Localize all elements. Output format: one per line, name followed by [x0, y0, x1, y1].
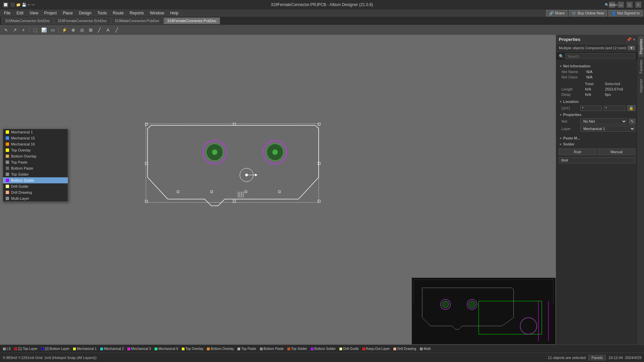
tab-0[interactable]: 319MaleConnector.SchDoc — [1, 17, 54, 24]
pad-tool[interactable]: ⊞ — [87, 26, 95, 34]
svg-rect-0 — [146, 124, 319, 202]
window-controls[interactable]: 🔍 Search — □ × — [609, 2, 641, 8]
sign-in-btn[interactable]: 👤 Not Signed In — [608, 10, 643, 16]
buy-online-btn[interactable]: 🛒 Buy Online Now — [569, 10, 607, 16]
layer-bar-bottom-solder[interactable]: Bottom Solder — [309, 346, 337, 351]
net-prop-row: Net No Net ✎ — [556, 118, 638, 125]
solder-value-input[interactable] — [559, 157, 635, 163]
track-tool[interactable]: ╱ — [95, 26, 103, 34]
canvas-area[interactable] — [0, 35, 556, 345]
select-tool[interactable]: ↖ — [2, 26, 10, 34]
menu-route[interactable]: Route — [110, 10, 126, 16]
layer-bar-bottom-paste[interactable]: Bottom Paste — [258, 346, 285, 351]
rule-btn[interactable]: Rule — [559, 148, 596, 155]
close-btn[interactable]: × — [635, 2, 641, 8]
layer-bar-mech2[interactable]: Mechanical 2 — [99, 346, 125, 351]
text-tool[interactable]: A — [104, 26, 112, 34]
layer-bar-multi[interactable]: Multi — [418, 346, 432, 351]
status-bar: X:983mil Y:2261mil Grid: 1mil (Hotspot S… — [0, 353, 644, 362]
layer-bar-keepout[interactable]: Keep-Out Layer — [361, 346, 392, 351]
lock-btn[interactable]: 🔒 — [627, 105, 635, 111]
layer-top-layer[interactable]: [1] Top Layer — [13, 346, 39, 351]
y-input[interactable] — [604, 106, 625, 111]
layer-prop-row: Layer Mechanical 1 — [556, 125, 638, 132]
menu-reports[interactable]: Reports — [127, 10, 147, 16]
paste-header[interactable]: Paste M... — [556, 135, 638, 141]
side-tab-properties[interactable]: Properties — [639, 36, 644, 57]
panel-subheader: Multiple objects Components (and 12 more… — [556, 44, 638, 52]
tab-3[interactable]: 319FemaleConnector.PcbDoc — [164, 17, 220, 24]
menu-window[interactable]: Window — [147, 10, 167, 16]
menu-file[interactable]: File — [1, 10, 13, 16]
layer-select[interactable]: Mechanical 1 — [580, 126, 635, 132]
menu-design[interactable]: Design — [76, 10, 94, 16]
menu-edit[interactable]: Edit — [14, 10, 26, 16]
svg-rect-7 — [145, 162, 148, 165]
side-tab-inspector[interactable]: Inspector — [639, 76, 644, 95]
properties-section-header[interactable]: Properties — [556, 112, 638, 118]
panel-pin-btn[interactable]: 📌 — [627, 37, 632, 42]
net-edit-btn[interactable]: ✎ — [629, 119, 635, 124]
side-tab-favorites[interactable]: Favorites — [639, 57, 644, 76]
tab-2[interactable]: 319MaleConnector.PcbDoc — [111, 17, 163, 24]
panel-header: Properties 📌 × — [556, 35, 638, 44]
menu-help[interactable]: Help — [167, 10, 181, 16]
layer-bar-top-paste[interactable]: Top Paste — [236, 346, 258, 351]
toolbar: ↖ ↗ + ⬚ 📊 ▭ ⚡ ⊕ ◎ ⊞ ╱ A ╱ — [0, 25, 644, 35]
via-tool[interactable]: ◎ — [78, 26, 86, 34]
minimize-btn[interactable]: — — [618, 2, 624, 8]
chart-tool[interactable]: 📊 — [40, 26, 48, 34]
title-bar: 🔲 ⬛ 📁 💾 ↩ ↪ 319FemaleConnector.PRJPCB - … — [0, 0, 644, 9]
layer-bar-drill-drawing[interactable]: Drill Drawing — [392, 346, 418, 351]
net-information-header[interactable]: Net Information — [556, 63, 638, 69]
shape-tool[interactable]: ▭ — [49, 26, 57, 34]
search-btn[interactable]: 🔍 Search — [609, 2, 615, 8]
svg-rect-6 — [318, 200, 320, 202]
layer-bar-bottom-overlay[interactable]: Bottom Overlay — [205, 346, 235, 351]
tab-1[interactable]: 319FemaleConnector.SchDoc — [54, 17, 111, 24]
manual-btn[interactable]: Manual — [598, 148, 635, 155]
panels-btn[interactable]: Panels — [588, 355, 606, 360]
search-icon: 🔍 — [559, 54, 564, 59]
menu-project[interactable]: Project — [42, 10, 59, 16]
net-select[interactable]: No Net — [580, 118, 627, 124]
menu-view[interactable]: View — [27, 10, 41, 16]
layer-ls[interactable]: LS — [1, 346, 12, 351]
layer-bar-mech6[interactable]: Mechanical 6 — [153, 346, 180, 351]
delay-row: Delay N/A 0ps — [556, 92, 638, 97]
side-tabs: Properties Favorites Inspector — [638, 35, 644, 345]
svg-rect-28 — [412, 304, 555, 344]
menu-tools[interactable]: Tools — [95, 10, 110, 16]
menu-place[interactable]: Place — [60, 10, 75, 16]
add-tool[interactable]: + — [19, 26, 28, 34]
layer-bar-mech1[interactable]: Mechanical 1 — [71, 346, 98, 351]
layer-bar: LS [1] Top Layer [2] Bottom Layer Mechan… — [0, 345, 644, 353]
select-net-tool[interactable]: ↗ — [11, 26, 19, 34]
pcb-thumbnail[interactable] — [412, 278, 556, 345]
layer-bar-top-overlay[interactable]: Top Overlay — [180, 346, 205, 351]
layer-bar-drill-guide[interactable]: Drill Guide — [338, 346, 361, 351]
x-input[interactable] — [580, 106, 602, 111]
panel-close-btn[interactable]: × — [633, 37, 635, 42]
svg-rect-5 — [233, 200, 235, 202]
cursor-tool[interactable]: ⊕ — [69, 26, 77, 34]
maximize-btn[interactable]: □ — [627, 2, 633, 8]
solder-header[interactable]: Solder — [556, 141, 638, 147]
search-input[interactable] — [565, 53, 635, 59]
panel-content: Net Information Net Name N/A Net Class N… — [556, 61, 638, 345]
route-tool[interactable]: ⚡ — [60, 26, 68, 34]
length-row: Length N/A 2553.67mil — [556, 86, 638, 92]
share-btn[interactable]: 🔗 Share — [546, 10, 568, 16]
svg-rect-24 — [211, 191, 213, 193]
filter-btn[interactable]: ▼ — [628, 46, 635, 50]
zoom-tool[interactable]: ⬚ — [31, 26, 39, 34]
location-header[interactable]: Location — [556, 99, 638, 105]
svg-marker-18 — [255, 174, 258, 176]
svg-point-14 — [272, 149, 278, 155]
region-tool[interactable]: ╱ — [113, 26, 121, 34]
layer-bottom-layer[interactable]: [2] Bottom Layer — [40, 346, 71, 351]
layer-bar-mech3[interactable]: Mechanical 3 — [126, 346, 153, 351]
svg-rect-2 — [233, 123, 235, 125]
layer-bar-top-solder[interactable]: Top Solder — [286, 346, 309, 351]
totals-table: Total Selected Length N/A 2553.67mil Del… — [556, 81, 638, 97]
